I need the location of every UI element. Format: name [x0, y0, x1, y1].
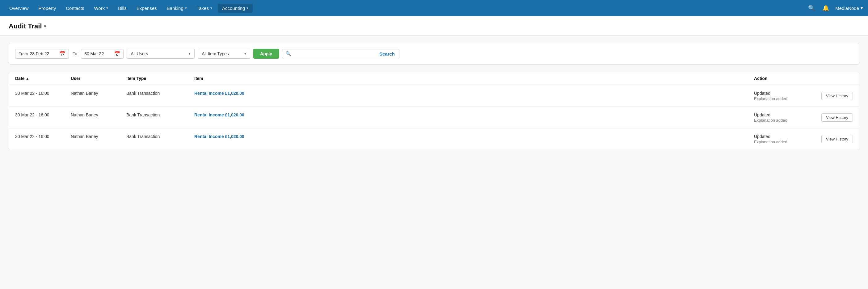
nav-right: 🔍 🔔 MediaNode ▾: [807, 3, 863, 13]
from-date-group: From 28 Feb 22 📅: [15, 49, 69, 59]
col-action-label: Action: [754, 76, 768, 81]
page-title-chevron-icon: ▾: [44, 24, 46, 29]
nav-label-expenses: Expenses: [136, 5, 157, 11]
nav-item-work[interactable]: Work ▾: [90, 4, 113, 13]
user-name: MediaNode: [835, 5, 859, 11]
action-main-1: Updated: [754, 113, 787, 117]
action-sub-1: Explanation added: [754, 118, 787, 123]
item-link-1[interactable]: Rental Income £1,020.00: [194, 113, 244, 117]
apply-button[interactable]: Apply: [253, 49, 279, 59]
sort-asc-icon: ▲: [26, 76, 29, 80]
cell-item-type-0: Bank Transaction: [126, 91, 194, 96]
table-row: 30 Mar 22 - 16:00 Nathan Barley Bank Tra…: [9, 85, 859, 107]
table-row: 30 Mar 22 - 16:00 Nathan Barley Bank Tra…: [9, 128, 859, 150]
cell-user-1: Nathan Barley: [71, 113, 126, 117]
item-link-0[interactable]: Rental Income £1,020.00: [194, 91, 244, 96]
to-date-group: 📅: [81, 49, 124, 59]
cell-date-0: 30 Mar 22 - 16:00: [15, 91, 71, 96]
action-text-1: Updated Explanation added: [754, 113, 787, 123]
calendar-icon[interactable]: 📅: [114, 51, 120, 57]
item-link-2[interactable]: Rental Income £1,020.00: [194, 134, 244, 139]
nav-label-banking: Banking: [167, 5, 184, 11]
chevron-down-icon: ▾: [185, 6, 187, 10]
action-text-0: Updated Explanation added: [754, 91, 787, 101]
nav-label-contacts: Contacts: [66, 5, 84, 11]
chevron-down-icon: ▾: [210, 6, 212, 10]
view-history-label-1: View History: [826, 115, 848, 120]
nav-item-accounting[interactable]: Accounting ▾: [218, 4, 253, 13]
view-history-label-0: View History: [826, 94, 848, 98]
column-header-item: Item: [194, 76, 754, 81]
cell-user-0: Nathan Barley: [71, 91, 126, 96]
search-button[interactable]: 🔍: [807, 3, 816, 13]
nav-item-expenses[interactable]: Expenses: [132, 4, 161, 13]
nav-item-overview[interactable]: Overview: [5, 4, 33, 13]
main-content: From 28 Feb 22 📅 To 📅 All Users ▾ All It…: [0, 35, 868, 289]
chevron-down-icon: ▾: [106, 6, 108, 10]
users-dropdown[interactable]: All Users ▾: [127, 49, 195, 59]
cell-action-2: Updated Explanation added View History: [754, 134, 853, 144]
nav-items: Overview Property Contacts Work ▾ Bills …: [5, 4, 807, 13]
col-item-type-label: Item Type: [126, 76, 146, 81]
filter-bar: From 28 Feb 22 📅 To 📅 All Users ▾ All It…: [9, 43, 859, 65]
action-main-0: Updated: [754, 91, 787, 96]
action-text-2: Updated Explanation added: [754, 134, 787, 144]
cell-date-2: 30 Mar 22 - 16:00: [15, 134, 71, 139]
page-title-text: Audit Trail: [9, 22, 42, 30]
nav-label-bills: Bills: [118, 5, 127, 11]
column-header-date[interactable]: Date ▲: [15, 76, 71, 81]
nav-label-taxes: Taxes: [197, 5, 209, 11]
cell-action-1: Updated Explanation added View History: [754, 113, 853, 123]
cell-item-1: Rental Income £1,020.00: [194, 113, 754, 117]
chevron-down-icon: ▾: [247, 6, 248, 10]
search-icon: 🔍: [285, 51, 291, 57]
search-button[interactable]: Search: [378, 51, 396, 57]
item-types-dropdown-label: All Item Types: [202, 51, 229, 56]
calendar-icon[interactable]: 📅: [59, 51, 65, 57]
table-row: 30 Mar 22 - 16:00 Nathan Barley Bank Tra…: [9, 107, 859, 128]
col-user-label: User: [71, 76, 80, 81]
from-label: From: [19, 52, 28, 56]
cell-date-1: 30 Mar 22 - 16:00: [15, 113, 71, 117]
nav-item-contacts[interactable]: Contacts: [61, 4, 88, 13]
to-date-input[interactable]: [84, 51, 112, 56]
cell-item-0: Rental Income £1,020.00: [194, 91, 754, 96]
action-sub-2: Explanation added: [754, 139, 787, 144]
cell-action-0: Updated Explanation added View History: [754, 91, 853, 101]
to-label: To: [72, 51, 77, 56]
view-history-label-2: View History: [826, 137, 848, 141]
cell-user-2: Nathan Barley: [71, 134, 126, 139]
notifications-button[interactable]: 🔔: [821, 3, 830, 13]
page-title[interactable]: Audit Trail ▾: [9, 22, 859, 30]
action-main-2: Updated: [754, 134, 787, 139]
chevron-down-icon: ▾: [244, 52, 246, 56]
view-history-button-1[interactable]: View History: [822, 113, 853, 122]
user-menu-button[interactable]: MediaNode ▾: [835, 5, 863, 11]
view-history-button-0[interactable]: View History: [822, 92, 853, 100]
nav-label-property: Property: [39, 5, 56, 11]
chevron-down-icon: ▾: [189, 52, 191, 56]
search-input[interactable]: [293, 51, 378, 56]
view-history-button-2[interactable]: View History: [822, 135, 853, 143]
column-header-user: User: [71, 76, 126, 81]
action-sub-0: Explanation added: [754, 96, 787, 101]
chevron-down-icon: ▾: [861, 5, 863, 11]
cell-item-type-2: Bank Transaction: [126, 134, 194, 139]
table-header: Date ▲ User Item Type Item Action: [9, 72, 859, 85]
column-header-item-type: Item Type: [126, 76, 194, 81]
top-navigation: Overview Property Contacts Work ▾ Bills …: [0, 0, 868, 16]
from-date-input[interactable]: 28 Feb 22: [30, 51, 58, 56]
nav-label-work: Work: [94, 5, 105, 11]
search-button-label: Search: [379, 51, 395, 57]
item-types-dropdown[interactable]: All Item Types ▾: [198, 49, 250, 59]
col-item-label: Item: [194, 76, 203, 81]
cell-item-type-1: Bank Transaction: [126, 113, 194, 117]
search-group: 🔍 Search: [282, 49, 399, 58]
nav-item-banking[interactable]: Banking ▾: [162, 4, 191, 13]
nav-item-property[interactable]: Property: [34, 4, 61, 13]
audit-table: Date ▲ User Item Type Item Action 30 Mar…: [9, 72, 859, 150]
nav-item-taxes[interactable]: Taxes ▾: [192, 4, 217, 13]
column-header-action: Action: [754, 76, 853, 81]
users-dropdown-label: All Users: [131, 51, 148, 56]
nav-item-bills[interactable]: Bills: [114, 4, 131, 13]
